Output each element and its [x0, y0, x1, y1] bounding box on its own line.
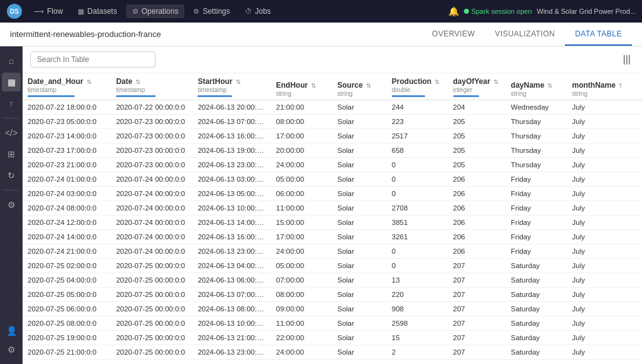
nav-right-area: 🔔 Spark session open Wind & Solar Grid P… [448, 6, 636, 16]
table-cell-extra [621, 244, 642, 259]
sidebar-icon-table[interactable]: ▦ [2, 73, 21, 91]
sort-icon-source[interactable]: ⇅ [366, 82, 371, 89]
table-cell: 07:00:00 [271, 273, 332, 288]
col-header-date-and-hour[interactable]: Date_and_Hour ⇅ timestamp [23, 73, 111, 100]
col-header-date[interactable]: Date ⇅ timestamp [111, 73, 192, 100]
table-cell: 09:00:00 [271, 302, 332, 316]
sidebar-icon-upload[interactable]: ↑ [2, 94, 21, 113]
table-cell: July [567, 360, 622, 365]
table-cell: 2020-07-25 04:00:0:0 [23, 273, 111, 288]
table-row: 2020-07-23 14:00:0:02020-07-23 00:00:0:0… [23, 129, 642, 143]
sort-icon-end[interactable]: ⇅ [311, 82, 316, 89]
table-cell: 2024-06-13 23:00:0:0 [192, 244, 271, 259]
table-cell: Solar [332, 115, 387, 129]
table-cell: 0 [387, 360, 448, 365]
table-cell: 2020-07-23 21:00:0:0 [23, 158, 111, 172]
sort-icon-production[interactable]: ⇅ [434, 78, 439, 85]
bell-icon[interactable]: 🔔 [448, 6, 459, 16]
table-row: 2020-07-24 14:00:0:02020-07-24 00:00:0:0… [23, 230, 642, 244]
table-cell-extra [621, 201, 642, 216]
table-cell: Solar [332, 143, 387, 158]
table-cell: 2020-07-23 00:00:0:0 [111, 129, 192, 143]
sort-icon-dayname[interactable]: ⇅ [547, 82, 552, 89]
table-cell: Solar [332, 360, 387, 365]
table-row: 2020-07-24 08:00:0:02020-07-24 00:00:0:0… [23, 201, 642, 216]
col-bar-start [197, 95, 231, 97]
table-cell: 22:00:00 [271, 331, 332, 345]
col-header-end-hour[interactable]: EndHour ⇅ string [271, 73, 332, 100]
table-cell: 13 [387, 273, 448, 288]
sort-icon-doy[interactable]: ⇅ [493, 78, 498, 85]
table-cell: 17:00:00 [271, 230, 332, 244]
table-row: 2020-07-23 05:00:0:02020-07-23 00:00:0:0… [23, 115, 642, 129]
nav-item-flow[interactable]: ⟶ Flow [28, 4, 69, 18]
table-cell: 2020-07-24 00:00:0:0 [111, 230, 192, 244]
table-cell: 0 [387, 187, 448, 201]
nav-item-jobs[interactable]: ⏱ Jobs [239, 4, 277, 18]
table-cell: Solar [332, 302, 387, 316]
table-cell: 2020-07-25 00:00:0:0 [111, 302, 192, 316]
col-header-month-name[interactable]: monthName ⇅ string [567, 73, 622, 100]
table-cell: Thursday [506, 115, 567, 129]
sidebar-icon-user[interactable]: 👤 [2, 321, 21, 340]
table-row: 2020-07-25 06:00:0:02020-07-25 00:00:0:0… [23, 302, 642, 316]
table-cell: 220 [387, 288, 448, 302]
table-cell-extra [621, 302, 642, 316]
col-header-source[interactable]: Source ⇅ string [332, 73, 387, 100]
app-logo[interactable]: DS [6, 3, 23, 19]
sidebar-icon-gear[interactable]: ⚙ [2, 195, 21, 214]
tab-visualization[interactable]: VISUALIZATION [485, 23, 566, 46]
table-cell: 2020-07-23 17:00:0:0 [23, 143, 111, 158]
search-input[interactable] [30, 51, 155, 68]
table-cell: 2020-07-24 01:00:0:0 [23, 172, 111, 187]
col-header-start-hour[interactable]: StartHour ⇅ timestamp [192, 73, 271, 100]
tab-overview[interactable]: OVERVIEW [422, 23, 485, 46]
table-cell: 2020-07-23 00:00:0:0 [111, 158, 192, 172]
columns-toggle-button[interactable]: ||| [619, 51, 634, 68]
table-cell: 3261 [387, 230, 448, 244]
table-cell: 206 [448, 172, 506, 187]
table-cell: Saturday [506, 302, 567, 316]
col-bar-production [392, 95, 425, 97]
sidebar-icon-code[interactable]: </> [2, 123, 21, 142]
table-cell: 205 [448, 158, 506, 172]
sidebar-icon-settings-bottom[interactable]: ⚙ [2, 340, 21, 359]
sidebar-icon-refresh[interactable]: ↻ [2, 166, 21, 185]
col-header-day-name[interactable]: dayName ⇅ string [506, 73, 567, 100]
tab-datatable[interactable]: DATA TABLE [565, 23, 632, 46]
sort-icon-date[interactable]: ⇅ [135, 78, 140, 85]
nav-item-datasets[interactable]: ▦ Datasets [71, 4, 123, 18]
col-bar-date-and-hour [28, 95, 75, 97]
table-cell: Friday [506, 244, 567, 259]
sidebar-icon-plugin[interactable]: ⊞ [2, 145, 21, 164]
table-cell: 24:00:00 [271, 158, 332, 172]
sort-icon-date-and-hour[interactable]: ⇅ [87, 78, 92, 85]
dataset-title: intermittent-renewables-production-franc… [10, 29, 161, 39]
table-cell: 08:00:00 [271, 288, 332, 302]
col-header-day-of-year[interactable]: dayOfYear ⇅ integer [448, 73, 506, 100]
nav-item-settings[interactable]: ⚙ Settings [187, 4, 236, 18]
table-cell: 908 [387, 302, 448, 316]
table-cell: Solar [332, 230, 387, 244]
table-cell: 244 [387, 100, 448, 115]
data-table-container[interactable]: Date_and_Hour ⇅ timestamp Date ⇅ times [23, 73, 642, 364]
spark-status: Spark session open [464, 8, 532, 15]
table-row: 2020-07-25 19:00:0:02020-07-25 00:00:0:0… [23, 331, 642, 345]
sidebar-icon-home[interactable]: ⌂ [2, 51, 21, 70]
table-cell: 206 [448, 230, 506, 244]
table-cell: 2020-07-25 00:00:0:0 [111, 331, 192, 345]
sidebar-separator-2 [4, 190, 19, 190]
table-cell: 2020-07-23 00:00:0:0 [111, 143, 192, 158]
table-cell: 2020-07-24 03:00:0:0 [23, 187, 111, 201]
table-row: 2020-07-25 04:00:0:02020-07-25 00:00:0:0… [23, 273, 642, 288]
table-cell: July [567, 201, 622, 216]
sort-icon-start[interactable]: ⇅ [236, 78, 241, 85]
table-cell: July [567, 158, 622, 172]
table-cell-extra [621, 259, 642, 273]
table-cell: July [567, 100, 622, 115]
nav-item-operations[interactable]: ⚙ Operations [126, 4, 185, 18]
table-cell: 2517 [387, 129, 448, 143]
table-cell-extra [621, 129, 642, 143]
table-row: 2020-07-25 02:00:0:02020-07-25 00:00:0:0… [23, 259, 642, 273]
col-header-production[interactable]: Production ⇅ double [387, 73, 448, 100]
